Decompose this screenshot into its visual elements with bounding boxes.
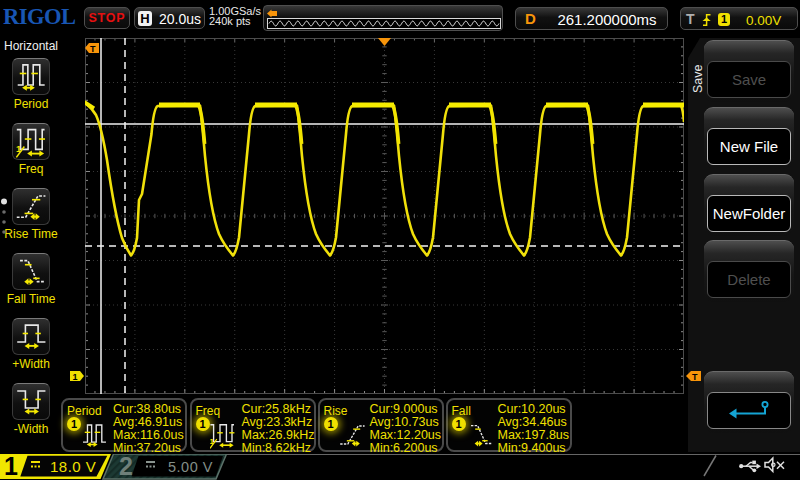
svg-text:T: T <box>692 372 698 382</box>
svg-text:1: 1 <box>73 372 78 382</box>
svg-text:T: T <box>90 44 96 54</box>
